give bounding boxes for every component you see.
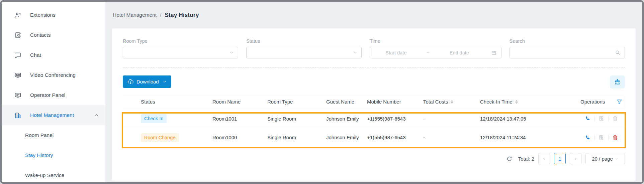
divider (608, 135, 609, 140)
cell-mobile-number: +1(555)987-6543 (367, 116, 423, 122)
start-date-placeholder[interactable]: Start date (375, 50, 406, 55)
search-input[interactable] (510, 47, 625, 58)
extensions-icon (14, 12, 21, 19)
view-record-icon (599, 135, 605, 141)
contacts-icon (14, 32, 21, 39)
sidebar-item-chat[interactable]: Chat (2, 45, 105, 65)
app-window: Extensions Contacts Chat Video Conferenc… (0, 0, 644, 184)
cell-guest-name: Johnson Emily (326, 135, 367, 140)
cell-check-in-time: 12/18/2024 13:47:05 (480, 116, 580, 122)
table-toolbar: Download (123, 75, 625, 88)
pagination: Total: 2 1 20 / page (123, 153, 625, 164)
col-header-room-name: Room Name (212, 99, 267, 105)
page-size-select[interactable]: 20 / page (585, 153, 625, 164)
search-icon (615, 50, 621, 55)
sidebar-item-stay-history[interactable]: Stay History (2, 145, 105, 165)
filter-status: Status (246, 38, 362, 58)
prev-page-button[interactable] (538, 153, 550, 164)
call-icon[interactable] (585, 116, 591, 122)
calendar-icon (491, 50, 496, 55)
sidebar-item-operator-panel[interactable]: Operator Panel (2, 85, 105, 105)
divider (594, 116, 595, 121)
col-header-room-type: Room Type (267, 99, 326, 105)
delete-icon (612, 116, 618, 122)
sidebar-item-label: Stay History (25, 152, 53, 158)
call-icon[interactable] (585, 135, 591, 141)
status-badge: Check In (141, 114, 167, 123)
col-header-mobile-number: Mobile Number (367, 99, 423, 105)
cell-guest-name: Johnson Emily (326, 116, 367, 122)
col-header-status: Status (123, 99, 212, 105)
col-header-check-in-time[interactable]: Check-In Time (480, 99, 580, 105)
video-conferencing-icon (14, 72, 21, 79)
sidebar-item-hotel-management[interactable]: Hotel Management (2, 105, 105, 125)
cell-room-type: Single Room (267, 116, 326, 122)
sidebar-item-contacts[interactable]: Contacts (2, 25, 105, 45)
divider (594, 135, 595, 140)
delete-icon[interactable] (612, 135, 618, 141)
main-content: Hotel Management / Stay History Room Typ… (105, 2, 642, 182)
status-label: Status (246, 38, 362, 44)
sidebar-item-room-panel[interactable]: Room Panel (2, 125, 105, 145)
cell-room-type: Single Room (267, 135, 326, 140)
breadcrumb: Hotel Management / Stay History (112, 2, 636, 28)
end-date-placeholder[interactable]: End date (450, 50, 471, 55)
sidebar-item-video-conferencing[interactable]: Video Conferencing (2, 65, 105, 85)
col-header-operations: Operations (580, 99, 625, 105)
chevron-down-icon (163, 80, 167, 83)
operator-panel-icon (14, 92, 21, 99)
filter-room-type: Room Type (123, 38, 238, 58)
page-title: Stay History (165, 12, 199, 19)
page-size-value: 20 / page (592, 156, 613, 162)
cell-operations (580, 116, 625, 122)
sidebar-item-label: Video Conferencing (30, 72, 76, 78)
sidebar: Extensions Contacts Chat Video Conferenc… (2, 2, 105, 182)
download-button[interactable]: Download (123, 75, 171, 88)
sort-icon[interactable] (515, 100, 518, 104)
view-record-icon (599, 116, 605, 122)
sidebar-item-label: Hotel Management (30, 112, 74, 118)
sidebar-item-wake-up-service[interactable]: Wake-up Service (2, 165, 105, 184)
sidebar-item-label: Operator Panel (30, 92, 65, 98)
sort-icon[interactable] (451, 100, 453, 104)
clear-filters-button[interactable] (610, 75, 625, 88)
cell-total-costs: - (423, 135, 480, 140)
chevron-up-icon (95, 113, 99, 117)
stay-history-table: Status Room Name Room Type Guest Name Mo… (123, 95, 625, 147)
chevron-down-icon (353, 50, 357, 55)
table-row[interactable]: Room Change Room1000 Single Room Johnson… (123, 128, 625, 147)
time-label: Time (370, 38, 501, 44)
range-separator: ~ (427, 50, 429, 55)
date-range-picker[interactable]: Start date ~ End date (370, 47, 501, 58)
content-card: Room Type Status (112, 28, 636, 181)
filter-bar: Room Type Status (123, 38, 625, 58)
cloud-download-icon (127, 78, 134, 85)
total-count: Total: 2 (518, 156, 534, 162)
page-number-button[interactable]: 1 (554, 153, 566, 164)
table-body: Check In Room1001 Single Room Johnson Em… (123, 109, 625, 147)
sidebar-item-label: Contacts (30, 32, 51, 38)
breadcrumb-parent[interactable]: Hotel Management (113, 12, 157, 18)
table-row[interactable]: Check In Room1001 Single Room Johnson Em… (123, 109, 625, 128)
filter-funnel-icon[interactable] (617, 99, 622, 105)
cell-operations (580, 135, 625, 141)
chevron-down-icon (615, 157, 619, 161)
cell-room-name: Room1001 (212, 116, 267, 122)
search-label: Search (510, 38, 625, 44)
cell-total-costs: - (423, 116, 480, 122)
section-divider (123, 67, 625, 68)
sidebar-item-extensions[interactable]: Extensions (2, 5, 105, 25)
status-select[interactable] (246, 47, 362, 58)
room-type-label: Room Type (123, 38, 238, 44)
sidebar-item-label: Wake-up Service (25, 172, 64, 178)
hotel-management-icon (14, 112, 21, 119)
divider (608, 116, 609, 121)
download-button-label: Download (136, 79, 159, 84)
next-page-button[interactable] (570, 153, 581, 164)
refresh-icon[interactable] (507, 156, 512, 162)
col-header-total-costs[interactable]: Total Costs (423, 99, 480, 105)
filter-search: Search (510, 38, 625, 58)
room-type-select[interactable] (123, 47, 238, 58)
sidebar-item-label: Chat (30, 52, 41, 58)
col-header-guest-name: Guest Name (326, 99, 367, 105)
